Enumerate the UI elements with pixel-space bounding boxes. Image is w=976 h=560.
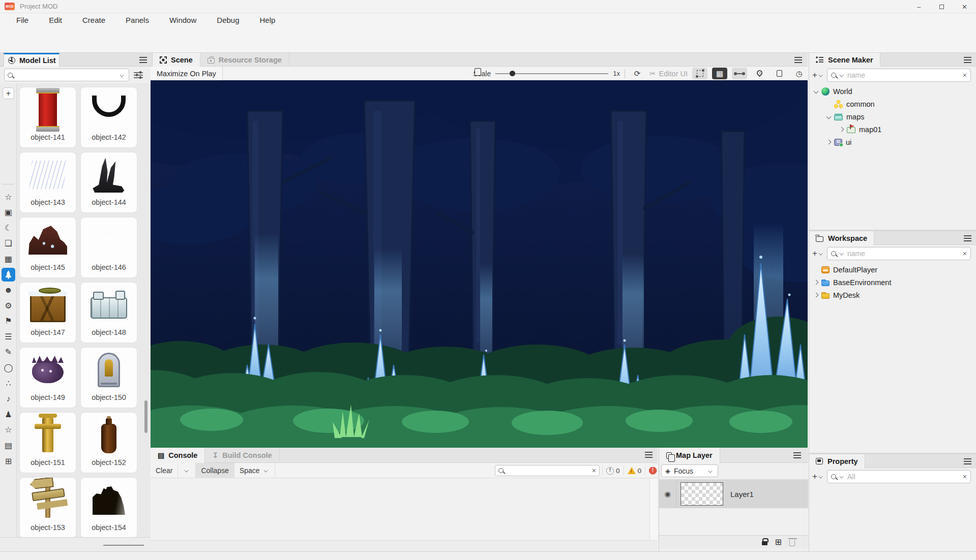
scene-panel-menu-icon[interactable] (794, 57, 802, 63)
strip-button-star[interactable]: ☆ (2, 190, 15, 204)
model-card-object-152[interactable]: object-152 (81, 413, 137, 473)
counter[interactable]: 0 (624, 465, 645, 476)
add-model-button[interactable]: + (3, 87, 14, 99)
model-card-object-147[interactable]: object-147 (20, 283, 76, 343)
clear-search-icon[interactable]: × (592, 466, 596, 475)
model-card-object-143[interactable]: object-143 (20, 152, 76, 212)
strip-button-robot[interactable]: ⚙ (2, 299, 15, 313)
clear-search-icon[interactable]: × (963, 250, 967, 258)
scene-maker-search-input[interactable] (847, 71, 961, 79)
filter-icon[interactable] (134, 71, 143, 79)
performance-button[interactable]: ◷ (791, 68, 807, 79)
model-card-object-149[interactable]: object-149 (20, 348, 76, 408)
tree-chevron-icon[interactable] (825, 113, 833, 120)
model-card-object-144[interactable]: object-144 (81, 152, 137, 212)
strip-button-moon[interactable]: ☾ (2, 221, 15, 235)
lock-icon[interactable] (762, 541, 767, 545)
counter[interactable]: 0 (602, 465, 624, 476)
tab-map-layer[interactable]: Map Layer (659, 448, 720, 463)
property-search-input[interactable] (847, 473, 961, 481)
workspace-item-baseenvironment[interactable]: BaseEnvironment (809, 276, 976, 289)
tab-model-list[interactable]: Model List (4, 53, 60, 67)
collapse-button[interactable]: Collapse (196, 463, 234, 478)
tab-resource-storage[interactable]: Resource Storage (200, 53, 289, 67)
clear-search-icon[interactable]: × (963, 473, 967, 481)
editor-ui-toggle[interactable]: ✂ Editor UI (649, 69, 688, 78)
model-card-object-141[interactable]: object-141 (20, 87, 76, 147)
console-menu-icon[interactable] (645, 452, 653, 458)
strip-button-window-alert[interactable]: ⊞ (2, 454, 15, 468)
tab-workspace[interactable]: Workspace (809, 231, 874, 245)
tree-item-world[interactable]: World (809, 85, 976, 98)
strip-button-money-bag[interactable]: ♟ (2, 408, 15, 421)
scene-viewport[interactable] (151, 80, 808, 448)
strip-button-book[interactable]: ▤ (2, 439, 15, 453)
strip-button-ninja[interactable]: ☻ (2, 284, 15, 297)
model-card-object-150[interactable]: object-150 (81, 348, 137, 408)
close-button[interactable]: ✕ (953, 0, 976, 13)
reset-view-button[interactable]: ⟳ (630, 68, 645, 79)
layer-row-layer1[interactable]: ◉ Layer1 (659, 480, 808, 508)
map-layer-menu-icon[interactable] (793, 452, 801, 458)
tab-scene-maker[interactable]: Scene Maker (809, 53, 880, 67)
menu-item-debug[interactable]: Debug (206, 13, 249, 27)
chevron-down-icon[interactable] (119, 72, 125, 78)
snap-line-button[interactable] (732, 68, 747, 79)
strip-button-tree[interactable] (2, 268, 15, 282)
clear-button[interactable]: Clear (151, 463, 178, 478)
layer-stack-button[interactable] (772, 68, 787, 79)
tree-chevron-icon[interactable] (825, 101, 833, 108)
add-node-button[interactable]: + (812, 70, 824, 80)
minimize-button[interactable]: – (907, 0, 930, 13)
tab-property[interactable]: Property (809, 454, 865, 468)
console-search-input[interactable] (507, 467, 589, 474)
tree-item-map01[interactable]: map01 (809, 123, 976, 136)
strip-button-portal-flag[interactable]: ⚑ (2, 315, 15, 328)
workspace-menu-icon[interactable] (964, 235, 971, 241)
scale-slider[interactable] (495, 73, 608, 74)
strip-button-ladder[interactable]: ☰ (2, 330, 15, 344)
strip-button-music-note[interactable]: ♪ (2, 392, 15, 406)
focus-dropdown[interactable]: ◈ Focus (661, 464, 718, 477)
clear-options-button[interactable] (178, 463, 196, 478)
workspace-item-defaultplayer[interactable]: DefaultPlayer (809, 263, 976, 276)
tab-scene[interactable]: Scene (153, 53, 200, 67)
item-chevron-icon[interactable] (813, 292, 820, 299)
tab-build-console[interactable]: ↧ Build Console (205, 448, 279, 463)
menu-item-edit[interactable]: Edit (39, 13, 72, 27)
workspace-item-mydesk[interactable]: MyDesk (809, 289, 976, 301)
model-card-object-151[interactable]: object-151 (20, 413, 76, 473)
model-search-input[interactable] (16, 71, 115, 79)
tree-chevron-icon[interactable] (813, 88, 820, 95)
strip-button-pictures[interactable]: ❑ (2, 237, 15, 251)
transform-gizmo-button[interactable] (692, 68, 707, 79)
model-card-object-148[interactable]: object-148 (81, 283, 137, 343)
space-dropdown[interactable]: Space (234, 463, 275, 478)
clear-search-icon[interactable]: × (963, 71, 967, 79)
model-list-menu-icon[interactable] (139, 57, 147, 63)
menu-item-file[interactable]: File (6, 13, 39, 27)
model-card-object-145[interactable]: object-145 (20, 217, 76, 277)
menu-item-window[interactable]: Window (159, 13, 206, 27)
tree-chevron-icon[interactable] (838, 126, 845, 133)
model-card-object-153[interactable]: object-153 (20, 478, 76, 537)
maximize-button[interactable] (930, 0, 953, 13)
tree-item-common[interactable]: common (809, 98, 976, 110)
model-card-object-146[interactable]: object-146 (81, 217, 137, 277)
property-menu-icon[interactable] (964, 458, 971, 464)
model-search-box[interactable] (4, 69, 129, 81)
model-card-object-142[interactable]: object-142 (81, 87, 137, 147)
location-marker-button[interactable] (752, 68, 767, 79)
trash-icon[interactable] (789, 540, 795, 546)
tree-item-maps[interactable]: maps (809, 110, 976, 123)
strip-button-ring[interactable]: ◯ (2, 361, 15, 375)
thumbnail-size-slider[interactable] (103, 545, 144, 546)
strip-button-grid-dots[interactable]: ▦ (2, 252, 15, 266)
add-workspace-item-button[interactable]: + (812, 248, 824, 259)
console-bottom-scrollbar[interactable] (151, 540, 658, 551)
tab-console[interactable]: ▤ Console (151, 448, 205, 463)
menu-item-panels[interactable]: Panels (115, 13, 159, 27)
strip-button-feather[interactable]: ✎ (2, 346, 15, 359)
scene-maker-menu-icon[interactable] (964, 57, 971, 63)
layer-thumbnail[interactable] (681, 482, 723, 506)
